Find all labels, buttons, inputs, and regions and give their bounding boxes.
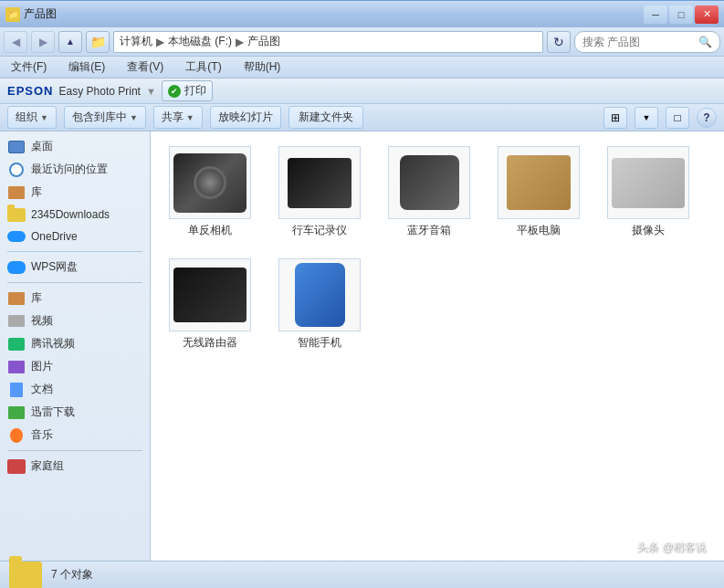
speaker-label: 蓝牙音箱 xyxy=(407,223,451,238)
video-icon xyxy=(7,314,26,329)
speaker-thumbnail xyxy=(388,146,470,219)
slideshow-button[interactable]: 放映幻灯片 xyxy=(210,106,281,129)
sidebar-sep-1 xyxy=(7,251,142,252)
sidebar-label-wps: WPS网盘 xyxy=(31,259,78,275)
print-icon: ✔ xyxy=(168,85,181,98)
print-label: 打印 xyxy=(184,83,206,99)
sidebar-label-tencent: 腾讯视频 xyxy=(31,336,75,352)
sidebar-label-thunder: 迅雷下载 xyxy=(31,404,75,420)
menu-tools[interactable]: 工具(T) xyxy=(182,58,225,77)
title-bar-text: 产品图 xyxy=(24,6,57,22)
include-button[interactable]: 包含到库中 ▼ xyxy=(64,106,146,129)
title-bar-left: 📁 产品图 xyxy=(5,6,57,22)
watermark: 头条 @稻客说 xyxy=(636,540,706,555)
menu-view[interactable]: 查看(V) xyxy=(123,58,167,77)
downloads-folder-icon xyxy=(7,207,26,222)
phone-label: 智能手机 xyxy=(298,335,341,351)
view-square-button[interactable]: □ xyxy=(666,107,689,129)
phone-thumbnail xyxy=(278,258,361,331)
file-item-dashcam[interactable]: 行车记录仪 xyxy=(269,141,370,244)
object-count: 7 个对象 xyxy=(51,567,93,583)
file-item-router[interactable]: 无线路由器 xyxy=(160,253,260,356)
dashcam-thumbnail xyxy=(278,146,361,219)
new-folder-label: 新建文件夹 xyxy=(299,110,353,123)
sidebar-item-thunder[interactable]: 迅雷下载 xyxy=(0,401,150,424)
view-dropdown-button[interactable]: ▼ xyxy=(635,107,658,129)
ipcam-thumbnail xyxy=(607,146,689,219)
close-button[interactable]: ✕ xyxy=(695,5,719,24)
view-icon-button[interactable]: ⊞ xyxy=(603,107,627,129)
file-item-tablet[interactable]: 平板电脑 xyxy=(488,141,589,244)
search-input[interactable] xyxy=(582,36,695,48)
sidebar-item-doc[interactable]: 文档 xyxy=(0,378,150,401)
sidebar-item-library[interactable]: 库 xyxy=(0,181,150,204)
status-bar: 7 个对象 xyxy=(0,561,724,588)
camera-label: 单反相机 xyxy=(188,223,232,238)
folder-icon-small: 📁 xyxy=(86,31,110,53)
slideshow-label: 放映幻灯片 xyxy=(218,110,273,125)
organize-label: 组织 xyxy=(16,110,37,125)
window-icon: 📁 xyxy=(5,7,20,22)
sidebar-label-library: 库 xyxy=(31,184,42,200)
print-button[interactable]: ✔ 打印 xyxy=(162,80,213,101)
sidebar-label-desktop: 桌面 xyxy=(31,139,53,154)
image-icon xyxy=(7,360,26,374)
minimize-button[interactable]: ─ xyxy=(644,5,667,24)
wps-icon xyxy=(7,260,26,275)
camera-thumbnail xyxy=(169,146,251,219)
menu-edit[interactable]: 编辑(E) xyxy=(65,58,109,77)
help-button[interactable]: ? xyxy=(697,108,717,128)
search-icon: 🔍 xyxy=(698,36,712,48)
sidebar-item-music[interactable]: 音乐 xyxy=(0,424,150,446)
tablet-label: 平板电脑 xyxy=(517,223,561,238)
maximize-button[interactable]: □ xyxy=(669,5,693,24)
organize-button[interactable]: 组织 ▼ xyxy=(7,106,57,129)
ipcam-label: 摄像头 xyxy=(632,223,665,238)
onedrive-icon xyxy=(7,229,26,244)
path-folder: 产品图 xyxy=(247,34,280,49)
sidebar-item-tencent[interactable]: 腾讯视频 xyxy=(0,332,150,355)
forward-button[interactable]: ▶ xyxy=(31,31,55,53)
sidebar-label-video: 视频 xyxy=(31,313,53,329)
file-item-phone[interactable]: 智能手机 xyxy=(269,253,370,356)
share-button[interactable]: 共享 ▼ xyxy=(153,106,203,129)
back-button[interactable]: ◀ xyxy=(4,31,27,53)
menu-file[interactable]: 文件(F) xyxy=(7,58,50,77)
up-button[interactable]: ▲ xyxy=(58,31,82,53)
epson-app-name: Easy Photo Print xyxy=(59,85,141,98)
file-item-camera[interactable]: 单反相机 xyxy=(160,141,260,244)
sidebar-item-wps[interactable]: WPS网盘 xyxy=(0,256,150,278)
sidebar: 桌面 最近访问的位置 库 2345Downloads OneDrive xyxy=(0,131,151,561)
include-chevron: ▼ xyxy=(130,113,138,122)
tablet-thumbnail xyxy=(498,146,580,219)
title-bar: 📁 产品图 ─ □ ✕ xyxy=(0,0,724,27)
organize-chevron: ▼ xyxy=(40,113,48,122)
epson-bar: EPSON Easy Photo Print ▼ ✔ 打印 xyxy=(0,79,724,104)
sidebar-item-downloads[interactable]: 2345Downloads xyxy=(0,204,150,226)
share-chevron: ▼ xyxy=(186,113,194,122)
sidebar-label-recent: 最近访问的位置 xyxy=(31,162,108,177)
sidebar-item-desktop[interactable]: 桌面 xyxy=(0,135,150,158)
sidebar-item-video[interactable]: 视频 xyxy=(0,310,150,332)
sidebar-label-library2: 库 xyxy=(31,290,42,306)
new-folder-button[interactable]: 新建文件夹 xyxy=(289,106,363,129)
sidebar-item-onedrive[interactable]: OneDrive xyxy=(0,226,150,247)
music-icon xyxy=(7,428,26,443)
path-drive: 本地磁盘 (F:) xyxy=(168,34,232,49)
sidebar-item-image[interactable]: 图片 xyxy=(0,355,150,378)
sidebar-item-library2[interactable]: 库 xyxy=(0,287,150,310)
share-label: 共享 xyxy=(162,110,184,125)
sidebar-item-recent[interactable]: 最近访问的位置 xyxy=(0,158,150,181)
sidebar-sep-3 xyxy=(7,450,142,451)
refresh-button[interactable]: ↻ xyxy=(547,31,571,53)
sidebar-label-onedrive: OneDrive xyxy=(31,230,78,243)
address-bar: ◀ ▶ ▲ 📁 计算机 ▶ 本地磁盘 (F:) ▶ 产品图 ↻ 🔍 xyxy=(0,27,724,57)
sidebar-label-family: 家庭组 xyxy=(31,458,64,474)
address-path[interactable]: 计算机 ▶ 本地磁盘 (F:) ▶ 产品图 xyxy=(113,31,543,53)
file-item-ipcam[interactable]: 摄像头 xyxy=(598,141,698,244)
menu-help[interactable]: 帮助(H) xyxy=(240,58,285,77)
file-item-speaker[interactable]: 蓝牙音箱 xyxy=(379,141,479,244)
library-icon xyxy=(7,185,26,200)
search-box[interactable]: 🔍 xyxy=(574,31,720,53)
sidebar-item-family[interactable]: 家庭组 xyxy=(0,455,150,478)
